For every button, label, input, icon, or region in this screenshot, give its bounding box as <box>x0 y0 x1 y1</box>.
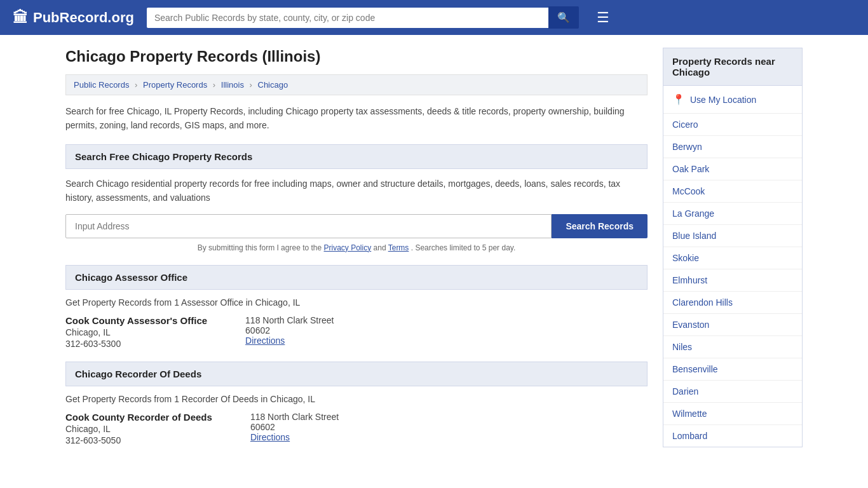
recorder-office-address: 118 North Clark Street <box>250 412 339 422</box>
nearby-cities-list: CiceroBerwynOak ParkMcCookLa GrangeBlue … <box>663 114 802 447</box>
breadcrumb-sep-2: › <box>213 80 215 90</box>
main-content: Chicago Property Records (Illinois) Publ… <box>65 48 648 458</box>
search-icon: 🔍 <box>557 12 570 23</box>
search-row: Search Records <box>65 214 648 238</box>
assessor-office-info: Cook County Assessor's Office Chicago, I… <box>65 315 648 349</box>
sidebar-city-cicero[interactable]: Cicero <box>663 114 802 135</box>
sidebar-city-item: Evanston <box>663 314 802 336</box>
assessor-office-address: 118 North Clark Street <box>245 315 334 325</box>
sidebar-city-blue-island[interactable]: Blue Island <box>663 225 802 247</box>
sidebar-city-item: McCook <box>663 180 802 203</box>
sidebar-city-item: Skokie <box>663 247 802 269</box>
assessor-section: Chicago Assessor Office Get Property Rec… <box>65 265 648 349</box>
sidebar-city-clarendon-hills[interactable]: Clarendon Hills <box>663 292 802 313</box>
search-form-description: Search Chicago residential property reco… <box>65 177 648 205</box>
sidebar-city-bensenville[interactable]: Bensenville <box>663 358 802 380</box>
sidebar-city-item: Wilmette <box>663 403 802 425</box>
menu-icon: ☰ <box>597 10 609 25</box>
sidebar-city-item: La Grange <box>663 203 802 225</box>
logo-text: PubRecord.org <box>33 10 134 26</box>
sidebar-city-skokie[interactable]: Skokie <box>663 247 802 269</box>
recorder-office-name: Cook County Recorder of Deeds <box>65 412 212 423</box>
recorder-section: Chicago Recorder Of Deeds Get Property R… <box>65 362 648 445</box>
sidebar-city-item: Elmhurst <box>663 269 802 292</box>
assessor-office-card: Cook County Assessor's Office Chicago, I… <box>65 315 648 349</box>
recorder-office-card: Cook County Recorder of Deeds Chicago, I… <box>65 412 648 445</box>
assessor-office-left: Cook County Assessor's Office Chicago, I… <box>65 315 207 349</box>
assessor-office-zip: 60602 <box>245 325 334 336</box>
assessor-section-header: Chicago Assessor Office <box>65 265 648 290</box>
breadcrumb-property-records[interactable]: Property Records <box>143 80 207 90</box>
form-disclaimer: By submitting this form I agree to the P… <box>65 243 648 252</box>
breadcrumb: Public Records › Property Records › Illi… <box>65 74 648 95</box>
recorder-office-zip: 60602 <box>250 422 339 432</box>
recorder-section-header: Chicago Recorder Of Deeds <box>65 362 648 386</box>
sidebar-city-darien[interactable]: Darien <box>663 381 802 402</box>
breadcrumb-sep-1: › <box>135 80 137 90</box>
sidebar-city-evanston[interactable]: Evanston <box>663 314 802 336</box>
assessor-office-phone: 312-603-5300 <box>65 339 207 349</box>
assessor-office-name: Cook County Assessor's Office <box>65 315 207 326</box>
sidebar-city-la-grange[interactable]: La Grange <box>663 203 802 224</box>
address-input[interactable] <box>65 214 552 238</box>
recorder-directions-link[interactable]: Directions <box>250 432 290 442</box>
use-my-location-link[interactable]: 📍 Use My Location <box>663 86 802 114</box>
assessor-description: Get Property Records from 1 Assessor Off… <box>65 297 648 308</box>
sidebar-city-lombard[interactable]: Lombard <box>663 425 802 447</box>
recorder-office-info: Cook County Recorder of Deeds Chicago, I… <box>65 412 648 445</box>
assessor-directions-link[interactable]: Directions <box>245 336 285 346</box>
sidebar-city-item: Clarendon Hills <box>663 292 802 314</box>
recorder-office-city: Chicago, IL <box>65 424 212 434</box>
breadcrumb-sep-3: › <box>250 80 252 90</box>
logo-icon: 🏛 <box>13 9 28 27</box>
recorder-description: Get Property Records from 1 Recorder Of … <box>65 394 648 404</box>
search-section-header: Search Free Chicago Property Records <box>65 144 648 169</box>
sidebar-city-mccook[interactable]: McCook <box>663 180 802 202</box>
sidebar-city-niles[interactable]: Niles <box>663 336 802 358</box>
recorder-office-phone: 312-603-5050 <box>65 435 212 445</box>
page-description: Search for free Chicago, IL Property Rec… <box>65 104 648 133</box>
header-search-input[interactable] <box>147 8 548 28</box>
sidebar-city-item: Oak Park <box>663 158 802 180</box>
menu-button[interactable]: ☰ <box>597 10 609 26</box>
sidebar-city-oak-park[interactable]: Oak Park <box>663 158 802 180</box>
site-header: 🏛 PubRecord.org 🔍 ☰ <box>0 0 868 35</box>
recorder-office-left: Cook County Recorder of Deeds Chicago, I… <box>65 412 212 445</box>
sidebar-city-item: Bensenville <box>663 358 802 381</box>
use-my-location-label: Use My Location <box>690 95 756 105</box>
assessor-office-city: Chicago, IL <box>65 327 207 337</box>
recorder-office-right: 118 North Clark Street 60602 Directions <box>250 412 339 445</box>
sidebar-city-item: Blue Island <box>663 225 802 247</box>
location-icon: 📍 <box>672 93 685 105</box>
sidebar-city-wilmette[interactable]: Wilmette <box>663 403 802 424</box>
terms-link[interactable]: Terms <box>388 243 409 252</box>
header-search-button[interactable]: 🔍 <box>548 6 579 29</box>
privacy-policy-link[interactable]: Privacy Policy <box>324 243 372 252</box>
breadcrumb-illinois[interactable]: Illinois <box>221 80 244 90</box>
search-records-button[interactable]: Search Records <box>552 214 648 238</box>
sidebar-title: Property Records near Chicago <box>663 48 802 86</box>
sidebar-city-item: Cicero <box>663 114 802 136</box>
breadcrumb-public-records[interactable]: Public Records <box>74 80 129 90</box>
page-title: Chicago Property Records (Illinois) <box>65 48 648 65</box>
main-layout: Chicago Property Records (Illinois) Publ… <box>53 35 815 471</box>
sidebar-city-item: Lombard <box>663 425 802 447</box>
sidebar-box: Property Records near Chicago 📍 Use My L… <box>663 48 803 447</box>
sidebar-city-item: Niles <box>663 336 802 358</box>
breadcrumb-chicago[interactable]: Chicago <box>258 80 288 90</box>
sidebar-city-item: Darien <box>663 381 802 403</box>
sidebar-city-berwyn[interactable]: Berwyn <box>663 136 802 158</box>
assessor-office-right: 118 North Clark Street 60602 Directions <box>245 315 334 349</box>
sidebar: Property Records near Chicago 📍 Use My L… <box>663 48 803 458</box>
site-logo[interactable]: 🏛 PubRecord.org <box>13 9 134 27</box>
sidebar-city-elmhurst[interactable]: Elmhurst <box>663 269 802 291</box>
search-form-section: Search Chicago residential property reco… <box>65 177 648 252</box>
sidebar-city-item: Berwyn <box>663 136 802 158</box>
header-search-wrap: 🔍 <box>147 6 579 29</box>
